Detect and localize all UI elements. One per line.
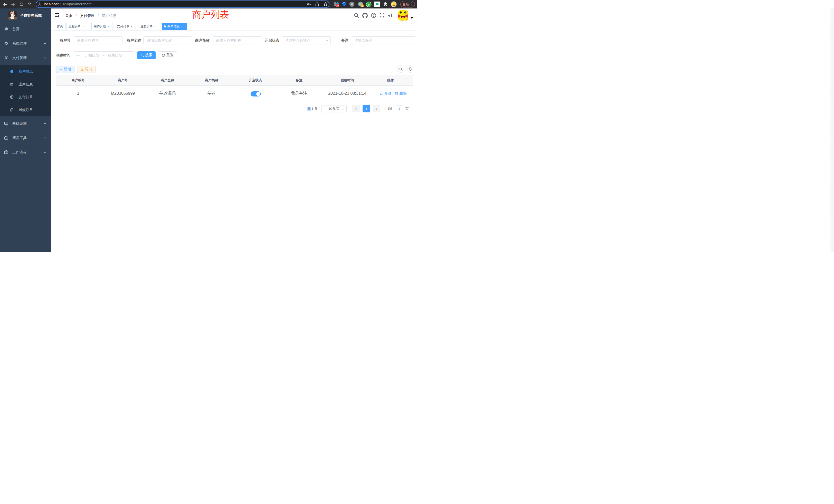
svg-text:1: 1 (361, 4, 363, 7)
svg-text:⌘: ⌘ (350, 3, 353, 6)
svg-text:10: 10 (336, 4, 339, 7)
svg-text:y: y (368, 2, 370, 6)
